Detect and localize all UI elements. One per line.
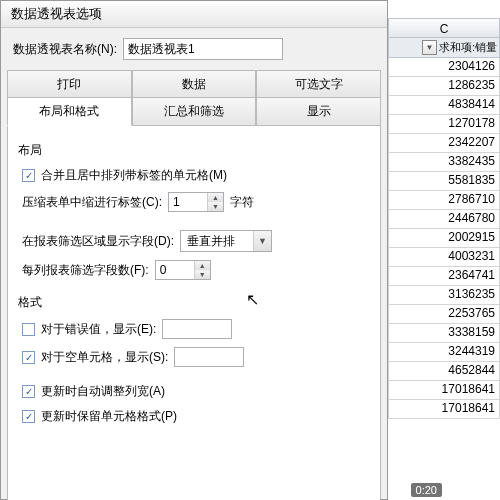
fields-per-value[interactable] <box>156 261 194 279</box>
table-cell[interactable]: 17018641 <box>388 400 500 419</box>
autofit-label: 更新时自动调整列宽(A) <box>41 383 165 400</box>
table-cell[interactable]: 17018641 <box>388 381 500 400</box>
spinner-down-icon[interactable]: ▼ <box>195 270 210 279</box>
column-header-c[interactable]: C <box>388 18 500 38</box>
tab-layout-format[interactable]: 布局和格式 <box>7 97 132 126</box>
table-cell[interactable]: 3338159 <box>388 324 500 343</box>
autofit-checkbox[interactable]: ✓ <box>22 385 35 398</box>
table-cell[interactable]: 3382435 <box>388 153 500 172</box>
preserve-label: 更新时保留单元格格式(P) <box>41 408 177 425</box>
dialog-title: 数据透视表选项 <box>1 1 387 28</box>
filter-area-value: 垂直并排 <box>181 233 253 250</box>
spinner-up-icon[interactable]: ▲ <box>208 193 223 202</box>
tab-totals-filter[interactable]: 汇总和筛选 <box>132 97 257 126</box>
filter-dropdown-icon[interactable]: ▼ <box>422 40 437 55</box>
empty-checkbox[interactable]: ✓ <box>22 351 35 364</box>
error-value-input[interactable] <box>162 319 232 339</box>
field-header[interactable]: ▼ 求和项:销量 <box>388 38 500 58</box>
layout-format-panel: 布局 ✓ 合并且居中排列带标签的单元格(M) 压缩表单中缩进行标签(C): ▲▼… <box>7 126 381 500</box>
merge-checkbox[interactable]: ✓ <box>22 169 35 182</box>
tab-alt-text[interactable]: 可选文字 <box>256 70 381 98</box>
indent-label: 压缩表单中缩进行标签(C): <box>22 194 162 211</box>
table-cell[interactable]: 1286235 <box>388 77 500 96</box>
table-cell[interactable]: 4003231 <box>388 248 500 267</box>
pivot-options-dialog: 数据透视表选项 数据透视表名称(N): 打印 数据 可选文字 布局和格式 汇总和… <box>0 0 388 500</box>
video-timestamp: 0:20 <box>411 483 442 497</box>
table-cell[interactable]: 1270178 <box>388 115 500 134</box>
error-label: 对于错误值，显示(E): <box>41 321 156 338</box>
indent-unit: 字符 <box>230 194 254 211</box>
table-cell[interactable]: 3136235 <box>388 286 500 305</box>
indent-value[interactable] <box>169 193 207 211</box>
table-cell[interactable]: 2342207 <box>388 134 500 153</box>
section-layout: 布局 <box>18 142 366 159</box>
fields-per-spinner[interactable]: ▲▼ <box>155 260 211 280</box>
table-cell[interactable]: 2304126 <box>388 58 500 77</box>
preserve-checkbox[interactable]: ✓ <box>22 410 35 423</box>
table-cell[interactable]: 4838414 <box>388 96 500 115</box>
error-checkbox[interactable] <box>22 323 35 336</box>
empty-value-input[interactable] <box>174 347 244 367</box>
tab-print[interactable]: 打印 <box>7 70 132 98</box>
filter-area-label: 在报表筛选区域显示字段(D): <box>22 233 174 250</box>
spinner-up-icon[interactable]: ▲ <box>195 261 210 270</box>
table-cell[interactable]: 2786710 <box>388 191 500 210</box>
empty-label: 对于空单元格，显示(S): <box>41 349 168 366</box>
filter-area-combo[interactable]: 垂直并排 ▼ <box>180 230 272 252</box>
field-header-label: 求和项:销量 <box>439 40 497 55</box>
pivot-name-label: 数据透视表名称(N): <box>13 41 117 58</box>
indent-spinner[interactable]: ▲▼ <box>168 192 224 212</box>
table-cell[interactable]: 3244319 <box>388 343 500 362</box>
spinner-down-icon[interactable]: ▼ <box>208 202 223 211</box>
table-cell[interactable]: 5581835 <box>388 172 500 191</box>
table-cell[interactable]: 2446780 <box>388 210 500 229</box>
spreadsheet-fragment: C ▼ 求和项:销量 23041261286235483841412701782… <box>388 0 500 500</box>
table-cell[interactable]: 2364741 <box>388 267 500 286</box>
fields-per-label: 每列报表筛选字段数(F): <box>22 262 149 279</box>
table-cell[interactable]: 2253765 <box>388 305 500 324</box>
chevron-down-icon[interactable]: ▼ <box>253 231 271 251</box>
pivot-name-input[interactable] <box>123 38 283 60</box>
merge-label: 合并且居中排列带标签的单元格(M) <box>41 167 227 184</box>
tab-data[interactable]: 数据 <box>132 70 257 98</box>
tab-display[interactable]: 显示 <box>256 97 381 126</box>
table-cell[interactable]: 4652844 <box>388 362 500 381</box>
table-cell[interactable]: 2002915 <box>388 229 500 248</box>
section-format: 格式 <box>18 294 366 311</box>
